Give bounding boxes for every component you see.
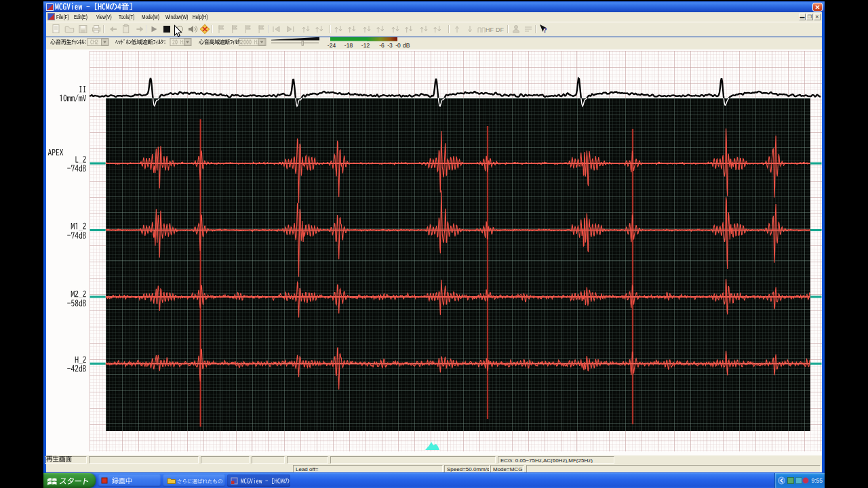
- svg-text:-12: -12: [361, 42, 370, 49]
- svg-text:DF: DF: [496, 26, 504, 33]
- svg-text:9:55: 9:55: [812, 477, 823, 484]
- svg-text:-24: -24: [328, 42, 336, 49]
- svg-text:-0: -0: [395, 42, 401, 49]
- svg-text:HF: HF: [486, 26, 494, 33]
- svg-text:?: ?: [543, 26, 547, 34]
- svg-text:-3: -3: [387, 42, 393, 49]
- svg-text:-6: -6: [379, 42, 384, 49]
- svg-text:-18: -18: [344, 42, 353, 49]
- svg-text:dB: dB: [403, 42, 410, 49]
